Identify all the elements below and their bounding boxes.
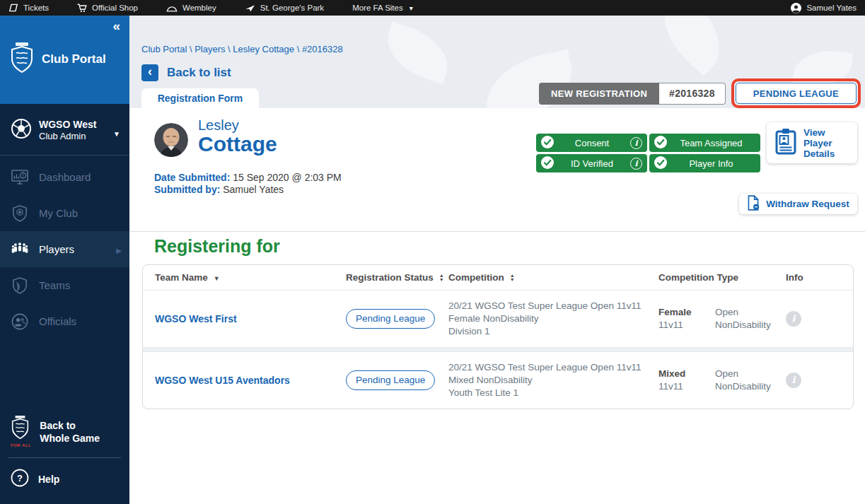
check-circle-icon [541, 156, 554, 171]
sidebar-item-label: Players [39, 243, 74, 255]
withdraw-request-button[interactable]: Withdraw Request [739, 194, 857, 214]
info-icon[interactable] [786, 373, 801, 388]
sidebar-item-label: Officials [39, 315, 76, 327]
player-last-name: Cottage [198, 132, 277, 156]
column-header-label: Competition [448, 272, 504, 283]
topbar-link-tickets[interactable]: Tickets [8, 4, 49, 12]
svg-text:?: ? [17, 473, 23, 484]
topbar-link-wembley[interactable]: Wembley [166, 4, 216, 12]
submission-meta: Date Submitted: 15 Sep 2020 @ 2:03 PM Su… [154, 172, 342, 196]
shield-icon [10, 277, 30, 294]
competition-name: 20/21 WGSO Test Super League Open 11v11 … [448, 361, 646, 387]
sidebar-nav: Dashboard My Club Players Teams Official… [0, 156, 129, 339]
format-value: 11v11 [658, 319, 703, 332]
section-divider [129, 231, 865, 232]
sidebar-item-dashboard[interactable]: Dashboard [0, 159, 129, 195]
help-link[interactable]: ? Help [0, 458, 129, 500]
topbar-link-label: St. George's Park [260, 4, 324, 12]
arch-icon [166, 4, 178, 12]
column-header-registration-status[interactable]: Registration Status [334, 272, 436, 283]
row-separator [143, 347, 853, 352]
back-to-whole-game-label: Back to Whole Game [40, 419, 105, 445]
pending-league-status-button[interactable]: PENDING LEAGUE [736, 83, 857, 104]
back-to-whole-game-link[interactable]: FOR ALL Back to Whole Game [0, 409, 129, 457]
topbar-user-menu[interactable]: Samuel Yates [791, 3, 857, 13]
gender-value: Mixed [658, 368, 703, 380]
topbar-link-more-fa-sites[interactable]: More FA Sites [352, 4, 413, 12]
decorative-leaf [646, 16, 738, 76]
column-header-label: Info [786, 272, 803, 283]
status-badge-label: Team Assigned [667, 138, 755, 148]
info-icon[interactable] [630, 137, 642, 149]
competition-cell: 20/21 WGSO Test Super League Open 11v11 … [436, 361, 646, 399]
view-player-details-button[interactable]: View Player Details [767, 122, 857, 163]
info-cell [774, 311, 853, 327]
team-name-link[interactable]: WGSO West First [143, 312, 334, 325]
registration-status-cell: Pending League [334, 309, 436, 329]
app-title: Club Portal [42, 52, 106, 66]
topbar-link-label: More FA Sites [352, 4, 403, 12]
status-pill: Pending League [346, 370, 435, 390]
withdraw-document-icon [747, 195, 760, 213]
view-player-details-label: View Player Details [803, 127, 835, 159]
registration-type-badge: NEW REGISTRATION [539, 83, 659, 105]
column-header-competition[interactable]: Competition [436, 272, 646, 283]
topbar-link-st-georges-park[interactable]: St. George's Park [245, 4, 324, 13]
id-card-icon [775, 127, 796, 158]
user-avatar-icon [791, 3, 801, 13]
topbar: Tickets Official Shop Wembley St. George… [0, 0, 865, 16]
tab-registration-form[interactable]: Registration Form [141, 88, 259, 108]
shield-ball-icon [10, 205, 30, 222]
ticket-icon [8, 4, 18, 12]
info-icon[interactable] [630, 158, 642, 170]
collapse-sidebar-icon[interactable] [112, 18, 120, 34]
fa-crest-logo [10, 42, 34, 76]
disability-value: NonDisability [715, 319, 774, 332]
competition-category-cell: Open NonDisability [703, 306, 774, 332]
back-chevron-icon [141, 64, 158, 81]
breadcrumb[interactable]: Club Portal \ Players \ Lesley Cottage \… [141, 44, 343, 54]
status-badge-consent: Consent [536, 134, 647, 152]
status-badge-team-assigned: Team Assigned [649, 134, 760, 152]
officials-icon [10, 313, 30, 330]
topbar-link-official-shop[interactable]: Official Shop [77, 4, 138, 13]
registration-id-badge: #2016328 [659, 83, 726, 105]
column-header-label: Registration Status [346, 272, 434, 283]
cart-icon [77, 4, 87, 13]
status-badge-label: ID Verified [554, 158, 630, 169]
category-value: Open [715, 306, 774, 319]
status-badge-label: Player Info [667, 158, 755, 169]
competition-division: Division 1 [448, 325, 646, 338]
submitted-by-value: Samuel Yates [223, 184, 284, 195]
format-value: 11v11 [658, 380, 703, 393]
club-switcher[interactable]: WGSO West Club Admin [0, 104, 129, 156]
table-row: WGSO West U15 Aventadors Pending League … [143, 352, 853, 409]
date-submitted-value: 15 Sep 2020 @ 2:03 PM [233, 172, 342, 183]
main-content: Club Portal \ Players \ Lesley Cottage \… [129, 16, 865, 504]
sidebar-footer: FOR ALL Back to Whole Game ? Help [0, 409, 129, 504]
competition-gender-cell: Female 11v11 [646, 306, 703, 332]
column-header-team-name[interactable]: Team Name [143, 272, 334, 283]
plane-icon [245, 4, 255, 13]
sidebar-item-teams[interactable]: Teams [0, 267, 129, 303]
highlight-ring: PENDING LEAGUE [731, 78, 861, 108]
players-group-icon [10, 242, 30, 257]
competition-gender-cell: Mixed 11v11 [646, 368, 703, 393]
info-icon[interactable] [786, 311, 801, 327]
date-submitted-label: Date Submitted: [154, 172, 230, 183]
registering-for-table: Team Name Registration Status Competitio… [142, 264, 854, 409]
team-name-link[interactable]: WGSO West U15 Aventadors [143, 374, 334, 387]
column-header-label: Competition Type [658, 272, 738, 283]
sidebar-item-players[interactable]: Players [0, 231, 129, 267]
chevron-down-icon [113, 127, 120, 139]
sidebar-item-officials[interactable]: Officials [0, 303, 129, 339]
registration-panel: Lesley Cottage Consent Team Assigned ID … [129, 108, 865, 504]
sidebar-item-my-club[interactable]: My Club [0, 195, 129, 231]
registration-status-cell: Pending League [334, 370, 436, 390]
back-to-list-button[interactable]: Back to list [141, 64, 231, 81]
topbar-link-label: Tickets [23, 4, 49, 12]
player-first-name: Lesley [198, 117, 239, 134]
help-icon: ? [11, 469, 29, 489]
for-all-caption: FOR ALL [11, 443, 31, 447]
category-value: Open [715, 368, 774, 380]
